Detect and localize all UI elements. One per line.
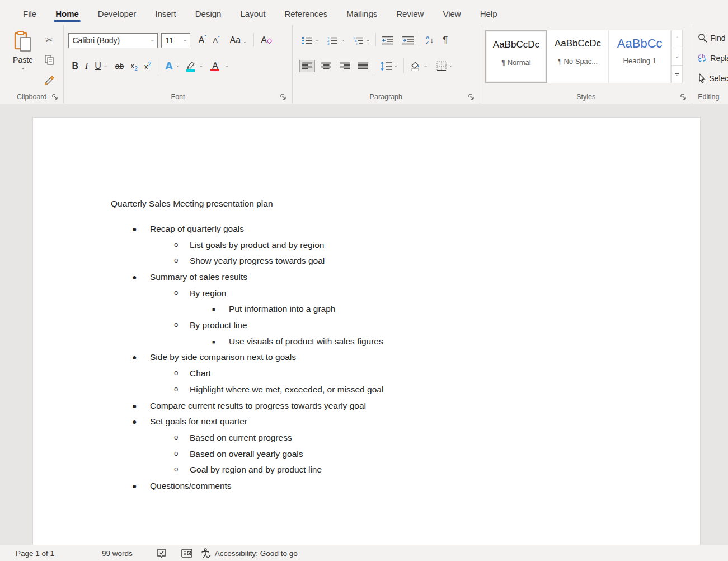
status-bar: Page 1 of 1 99 words xyxy=(0,545,728,561)
decrease-indent-button[interactable] xyxy=(379,34,396,46)
align-left-button[interactable] xyxy=(299,60,315,72)
style-name: ¶ No Spac... xyxy=(547,57,609,66)
style-sample: AaBbCc xyxy=(609,36,670,51)
document-page[interactable]: Quarterly Sales Meeting presentation pla… xyxy=(32,117,701,545)
tab-mailings[interactable]: Mailings xyxy=(337,3,387,25)
chevron-down-icon[interactable]: ⌄ xyxy=(199,64,203,68)
shading-button[interactable]: ⌄ xyxy=(407,59,430,73)
font-size-select[interactable]: 11 ⌄ xyxy=(161,33,190,48)
font-name-select[interactable]: Calibri (Body) ⌄ xyxy=(68,33,158,48)
style-no-spacing[interactable]: AaBbCcDc ¶ No Spac... xyxy=(547,30,609,83)
font-color-button[interactable]: A xyxy=(207,60,223,72)
format-painter-button[interactable] xyxy=(41,72,57,88)
chevron-down-icon[interactable]: ⌄ xyxy=(176,64,180,68)
line-spacing-button[interactable]: ⌄ xyxy=(378,60,401,72)
styles-group: AaBbCcDc ¶ Normal AaBbCcDc ¶ No Spac... … xyxy=(480,25,692,104)
grow-font-button[interactable]: Aˆ xyxy=(195,34,209,46)
align-center-button[interactable] xyxy=(319,60,334,72)
style-heading-1[interactable]: AaBbCc Heading 1 xyxy=(609,30,671,83)
styles-dialog-launcher[interactable] xyxy=(679,93,687,101)
tab-file[interactable]: File xyxy=(13,3,46,25)
styles-more-button[interactable]: ⌄ xyxy=(672,66,682,83)
styles-scroll-buttons: ⌃ ⌄ ⌄ xyxy=(671,30,683,83)
tab-developer[interactable]: Developer xyxy=(88,3,145,25)
styles-group-label: Styles xyxy=(480,93,692,101)
document-canvas: Quarterly Sales Meeting presentation pla… xyxy=(0,104,728,545)
proofing-status-button[interactable] xyxy=(156,548,167,559)
subscript-button[interactable]: x2 xyxy=(127,60,141,73)
tab-insert[interactable]: Insert xyxy=(145,3,186,25)
bullet-marker: o xyxy=(174,254,178,267)
paragraph-dialog-launcher[interactable] xyxy=(467,93,475,101)
bold-button[interactable]: B xyxy=(68,60,82,72)
highlight-button[interactable] xyxy=(185,60,197,72)
tab-help[interactable]: Help xyxy=(471,3,507,25)
clear-formatting-button[interactable]: A xyxy=(257,34,275,46)
justify-button[interactable] xyxy=(356,60,370,72)
chevron-down-icon: ⌄ xyxy=(424,64,428,68)
list-item: ●Side by side comparison next to goals xyxy=(150,351,296,363)
chevron-down-icon[interactable]: ⌄ xyxy=(21,66,25,70)
tab-review[interactable]: Review xyxy=(387,3,433,25)
paragraph-group-label: Paragraph xyxy=(293,93,480,101)
styles-scroll-up-button[interactable]: ⌃ xyxy=(672,30,682,48)
tab-layout[interactable]: Layout xyxy=(231,3,275,25)
style-normal[interactable]: AaBbCcDc ¶ Normal xyxy=(485,30,547,83)
svg-text:i: i xyxy=(356,42,357,45)
bullet-marker: ● xyxy=(132,480,137,492)
chevron-down-icon[interactable]: ⌄ xyxy=(225,64,229,68)
editor-panel-icon xyxy=(181,548,192,558)
increase-indent-button[interactable] xyxy=(400,34,416,46)
find-button[interactable]: Find xyxy=(698,33,725,43)
tab-references[interactable]: References xyxy=(275,3,337,25)
tab-design[interactable]: Design xyxy=(186,3,231,25)
select-button[interactable]: Select xyxy=(698,73,728,83)
cut-button[interactable]: ✂ xyxy=(41,32,57,48)
tab-home[interactable]: Home xyxy=(46,3,88,25)
svg-text:3: 3 xyxy=(327,42,330,45)
italic-button[interactable]: I xyxy=(82,60,91,72)
multilevel-list-button[interactable]: 1ai ⌄ xyxy=(350,34,372,46)
clipboard-dialog-launcher[interactable] xyxy=(51,93,59,101)
word-count[interactable]: 99 words xyxy=(102,549,133,558)
bullet-marker: o xyxy=(174,239,178,251)
chevron-down-icon: ⌄ xyxy=(394,64,398,68)
numbering-button[interactable]: 123 ⌄ xyxy=(325,34,347,46)
line-spacing-icon xyxy=(380,62,392,71)
chevron-down-icon: ⌄ xyxy=(316,38,320,43)
list-item: oBy region xyxy=(190,287,226,300)
list-item: oList goals by product and by region xyxy=(190,239,324,251)
replace-button[interactable]: b c Replace xyxy=(698,53,728,63)
underline-button[interactable]: U xyxy=(91,60,105,72)
align-right-button[interactable] xyxy=(337,60,352,72)
bullets-button[interactable]: ⌄ xyxy=(299,34,322,46)
search-icon xyxy=(698,33,707,43)
copy-button[interactable] xyxy=(41,52,57,68)
change-case-button[interactable]: Aa ⌄ xyxy=(227,34,251,46)
list-item: ■Put information into a graph xyxy=(229,303,335,315)
chevron-down-icon[interactable]: ⌄ xyxy=(105,64,109,68)
scissors-icon: ✂ xyxy=(45,35,53,45)
accessibility-status-button[interactable]: Accessibility: Good to go xyxy=(200,548,298,559)
list-item: ■Use visuals of product with sales figur… xyxy=(229,335,383,348)
list-item: ●Questions/comments xyxy=(150,480,232,492)
borders-button[interactable]: ⌄ xyxy=(434,59,455,73)
tab-view[interactable]: View xyxy=(433,3,470,25)
page-indicator[interactable]: Page 1 of 1 xyxy=(16,549,54,558)
clipboard-group: Paste ⌄ ✂ xyxy=(0,25,64,104)
text-effects-button[interactable]: A xyxy=(162,59,176,73)
list-item: oBased on overall yearly goals xyxy=(190,448,303,460)
numbered-list-icon: 123 xyxy=(327,36,338,45)
show-formatting-button[interactable]: ¶ xyxy=(440,33,450,48)
shrink-font-button[interactable]: Aˇ xyxy=(209,34,223,46)
styles-scroll-down-button[interactable]: ⌄ xyxy=(672,48,682,66)
list-item: oBy product line xyxy=(190,319,247,331)
cursor-arrow-icon xyxy=(698,73,706,83)
editor-panel-button[interactable] xyxy=(181,548,192,558)
font-group: Calibri (Body) ⌄ 11 ⌄ Aˆ Aˇ Aa ⌄ A B I U… xyxy=(64,25,292,104)
paste-button[interactable]: Paste ⌄ xyxy=(8,31,38,98)
superscript-button[interactable]: x2 xyxy=(141,60,155,72)
strikethrough-button[interactable]: ab xyxy=(112,60,128,72)
font-dialog-launcher[interactable] xyxy=(280,93,288,101)
sort-button[interactable]: AZ ↓ xyxy=(424,34,436,47)
